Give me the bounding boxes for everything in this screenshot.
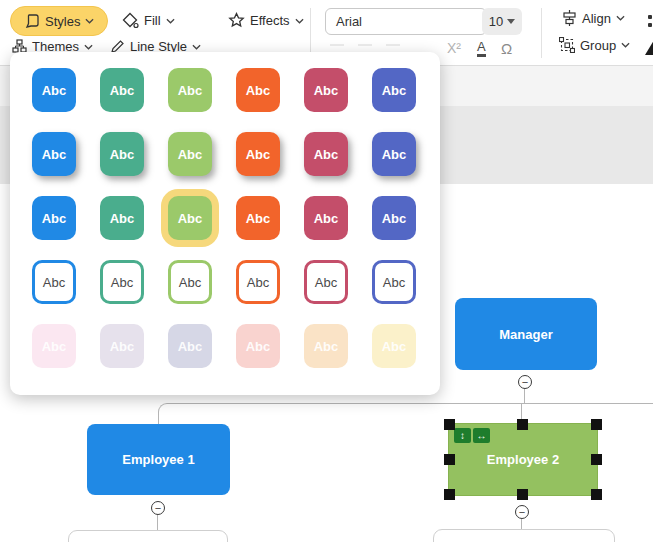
style-swatch[interactable]: Abc xyxy=(168,68,212,112)
style-swatch[interactable]: Abc xyxy=(372,68,416,112)
toolbar-divider xyxy=(310,8,311,58)
style-swatch[interactable]: Abc xyxy=(236,196,280,240)
style-swatch[interactable]: Abc xyxy=(32,132,76,176)
child-node[interactable] xyxy=(68,530,228,542)
style-swatch[interactable]: Abc xyxy=(236,260,280,304)
connector-line xyxy=(157,514,158,531)
align-icon xyxy=(562,10,577,26)
style-swatch[interactable]: Abc xyxy=(304,132,348,176)
font-size-value: 10 xyxy=(489,14,503,29)
style-swatch[interactable]: Abc xyxy=(372,196,416,240)
toolbar-divider xyxy=(541,8,542,58)
style-swatch[interactable]: Abc xyxy=(168,324,212,368)
selection-handle[interactable] xyxy=(444,419,455,430)
style-swatch[interactable]: Abc xyxy=(236,68,280,112)
node-label: Employee 1 xyxy=(122,452,194,467)
group-icon xyxy=(559,37,575,53)
selection-handle[interactable] xyxy=(517,419,528,430)
style-swatch[interactable]: Abc xyxy=(304,196,348,240)
node-employee-1[interactable]: Employee 1 xyxy=(87,424,230,495)
selection-handle[interactable] xyxy=(444,454,455,465)
style-swatch[interactable]: Abc xyxy=(304,260,348,304)
styles-icon xyxy=(24,13,40,29)
effects-label: Effects xyxy=(250,13,290,28)
style-swatch[interactable]: Abc xyxy=(32,324,76,368)
caret-down-icon xyxy=(507,19,515,24)
align-button[interactable]: Align xyxy=(562,10,625,26)
resize-badges: ↕ ↔ xyxy=(454,428,490,443)
clipped-toolbar-icon[interactable] xyxy=(648,14,652,30)
style-swatch-grid: AbcAbcAbcAbcAbcAbcAbcAbcAbcAbcAbcAbcAbcA… xyxy=(10,52,440,368)
special-characters-button[interactable]: Ω xyxy=(501,40,512,57)
superscript-button[interactable]: X² xyxy=(447,40,461,56)
styles-button[interactable]: Styles xyxy=(10,6,108,36)
selection-handle[interactable] xyxy=(591,419,602,430)
node-label: Manager xyxy=(499,327,552,342)
chevron-down-icon xyxy=(166,18,175,24)
style-swatch[interactable]: Abc xyxy=(32,196,76,240)
group-label: Group xyxy=(580,38,616,53)
fill-label: Fill xyxy=(144,13,161,28)
selection-handle[interactable] xyxy=(444,489,455,500)
chevron-down-icon xyxy=(295,18,304,24)
child-node[interactable] xyxy=(433,529,615,542)
node-employee-2[interactable]: ↕ ↔ Employee 2 xyxy=(448,423,598,496)
style-swatch[interactable]: Abc xyxy=(100,324,144,368)
collapse-button[interactable]: − xyxy=(518,375,532,389)
style-swatch[interactable]: Abc xyxy=(304,324,348,368)
font-family-input[interactable]: Arial xyxy=(325,8,487,35)
resize-horizontal-icon[interactable]: ↔ xyxy=(473,428,490,443)
font-color-button[interactable]: A xyxy=(477,40,486,57)
style-swatch[interactable]: Abc xyxy=(100,132,144,176)
fill-button[interactable]: Fill xyxy=(122,12,175,29)
style-swatch[interactable]: Abc xyxy=(372,324,416,368)
group-button[interactable]: Group xyxy=(559,37,630,53)
style-swatch[interactable]: Abc xyxy=(168,260,212,304)
style-swatch[interactable]: Abc xyxy=(236,132,280,176)
style-swatch[interactable]: Abc xyxy=(168,196,212,240)
selection-handle[interactable] xyxy=(517,489,528,500)
style-swatch[interactable]: Abc xyxy=(236,324,280,368)
chevron-down-icon xyxy=(84,44,93,50)
style-swatch[interactable]: Abc xyxy=(32,260,76,304)
style-swatch[interactable]: Abc xyxy=(372,132,416,176)
star-icon xyxy=(228,12,245,29)
effects-button[interactable]: Effects xyxy=(228,12,304,29)
style-swatch[interactable]: Abc xyxy=(304,68,348,112)
resize-vertical-icon[interactable]: ↕ xyxy=(454,428,471,443)
style-swatch[interactable]: Abc xyxy=(100,260,144,304)
chevron-down-icon xyxy=(616,15,625,21)
fill-icon xyxy=(122,12,139,29)
styles-label: Styles xyxy=(45,14,80,29)
style-swatch[interactable]: Abc xyxy=(100,68,144,112)
style-swatch[interactable]: Abc xyxy=(32,68,76,112)
collapse-button[interactable]: − xyxy=(151,501,165,515)
align-label: Align xyxy=(582,11,611,26)
style-swatch[interactable]: Abc xyxy=(372,260,416,304)
chevron-down-icon xyxy=(621,42,630,48)
style-swatch[interactable]: Abc xyxy=(168,132,212,176)
style-swatch[interactable]: Abc xyxy=(100,196,144,240)
node-manager[interactable]: Manager xyxy=(455,298,597,370)
chevron-down-icon xyxy=(85,18,94,24)
font-size-dropdown[interactable]: 10 xyxy=(482,8,522,35)
selection-handle[interactable] xyxy=(591,489,602,500)
app-window: Manager − Employee 1 − ↕ ↔ Employee 2 − xyxy=(0,0,653,542)
clipped-shape-icon[interactable] xyxy=(645,40,653,55)
chevron-down-icon xyxy=(192,44,201,50)
selection-handle[interactable] xyxy=(591,454,602,465)
connector-line xyxy=(524,389,525,404)
node-label: Employee 2 xyxy=(487,452,559,467)
styles-dropdown-panel: AbcAbcAbcAbcAbcAbcAbcAbcAbcAbcAbcAbcAbcA… xyxy=(10,52,440,395)
collapse-button[interactable]: − xyxy=(515,505,529,519)
